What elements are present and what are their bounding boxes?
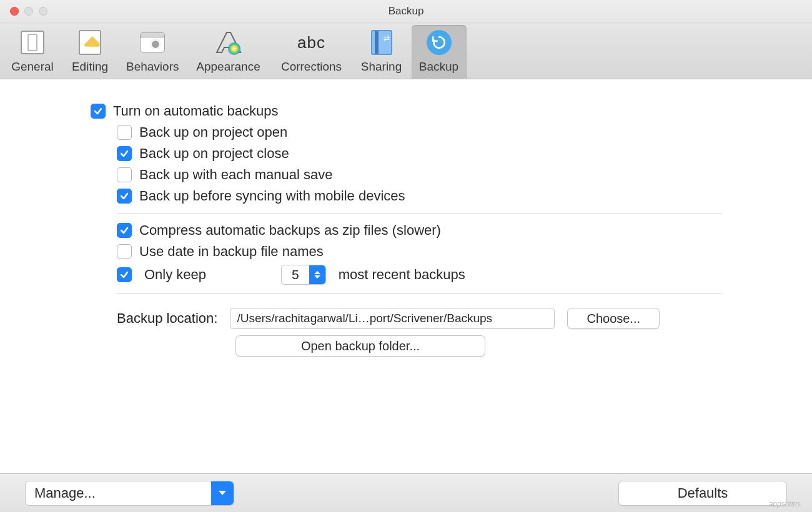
option-label: Turn on automatic backups — [113, 103, 279, 119]
open-folder-row: Open backup folder... — [117, 335, 721, 357]
tab-appearance[interactable]: Appearance — [188, 25, 269, 79]
defaults-button[interactable]: Defaults — [618, 481, 787, 506]
option-label: Compress automatic backups as zip files … — [139, 222, 441, 239]
choose-button[interactable]: Choose... — [567, 308, 660, 329]
backup-panel: Turn on automatic backups Back up on pro… — [0, 79, 812, 369]
editing-icon — [76, 30, 104, 55]
manage-dropdown[interactable]: Manage... — [25, 481, 234, 506]
footer: Manage... Defaults — [0, 473, 812, 512]
behaviors-icon — [138, 30, 167, 55]
general-icon — [18, 30, 47, 55]
option-row: Turn on automatic backups — [91, 103, 721, 119]
stepper-icon — [309, 265, 325, 285]
checkbox-auto-backups[interactable] — [91, 104, 106, 119]
select-keep-count[interactable]: 5 — [281, 265, 326, 285]
tab-editing[interactable]: Editing — [62, 25, 117, 79]
option-row: Back up on project open — [117, 124, 721, 140]
chevron-down-icon — [211, 481, 234, 506]
option-row: Back up on project close — [117, 145, 721, 162]
sharing-icon — [367, 30, 396, 55]
dropdown-value: Manage... — [26, 485, 211, 501]
zoom-window-button[interactable] — [39, 7, 47, 16]
minimize-window-button[interactable] — [24, 7, 33, 16]
backup-icon — [425, 30, 453, 55]
checkbox-backup-before-sync[interactable] — [117, 189, 132, 204]
close-window-button[interactable] — [10, 7, 19, 16]
tab-backup[interactable]: Backup — [412, 25, 467, 79]
location-label: Backup location: — [117, 310, 217, 327]
option-row: Compress automatic backups as zip files … — [117, 222, 721, 239]
checkbox-use-date[interactable] — [117, 244, 132, 259]
select-value: 5 — [282, 267, 309, 282]
checkbox-only-keep[interactable] — [117, 267, 132, 282]
open-backup-folder-button[interactable]: Open backup folder... — [235, 335, 485, 357]
checkbox-backup-on-close[interactable] — [117, 146, 132, 161]
tab-label: Editing — [72, 60, 108, 74]
tab-label: Corrections — [281, 60, 342, 74]
tab-general[interactable]: General — [5, 25, 60, 79]
separator — [117, 293, 721, 294]
tab-corrections[interactable]: abc Corrections — [272, 25, 352, 79]
option-label: Back up on project open — [139, 124, 287, 140]
option-label: Back up on project close — [139, 145, 289, 162]
option-label: Back up before syncing with mobile devic… — [139, 188, 405, 204]
tab-sharing[interactable]: Sharing — [354, 25, 409, 79]
tab-label: Behaviors — [126, 60, 179, 74]
checkbox-compress-zip[interactable] — [117, 223, 132, 238]
window-controls — [0, 7, 47, 16]
option-row: Back up before syncing with mobile devic… — [117, 188, 721, 204]
tab-label: Backup — [419, 60, 458, 74]
separator — [117, 213, 721, 214]
backup-location-row: Backup location: /Users/rachitagarwal/Li… — [117, 308, 721, 329]
option-label-suffix: most recent backups — [339, 267, 465, 283]
tab-label: General — [11, 60, 54, 74]
tab-behaviors[interactable]: Behaviors — [120, 25, 186, 79]
checkbox-backup-on-open[interactable] — [117, 125, 132, 140]
option-label: Back up with each manual save — [139, 167, 332, 183]
corrections-icon: abc — [297, 30, 326, 55]
backup-location-field[interactable]: /Users/rachitagarwal/Li…port/Scrivener/B… — [230, 308, 555, 329]
option-label: Use date in backup file names — [139, 244, 324, 260]
option-row: Back up with each manual save — [117, 167, 721, 183]
tab-label: Appearance — [196, 60, 260, 74]
option-row: Use date in backup file names — [117, 244, 721, 260]
tab-label: Sharing — [361, 60, 402, 74]
watermark: appsntips — [769, 500, 801, 508]
titlebar: Backup — [0, 0, 812, 22]
window-title: Backup — [0, 0, 812, 22]
appearance-icon — [214, 30, 243, 55]
preferences-toolbar: General Editing Behaviors Appearance abc… — [0, 22, 812, 79]
checkbox-backup-manual-save[interactable] — [117, 167, 132, 182]
option-label: Only keep — [144, 267, 206, 283]
option-row: Only keep 5 most recent backups — [117, 265, 721, 285]
svg-point-0 — [228, 42, 240, 55]
